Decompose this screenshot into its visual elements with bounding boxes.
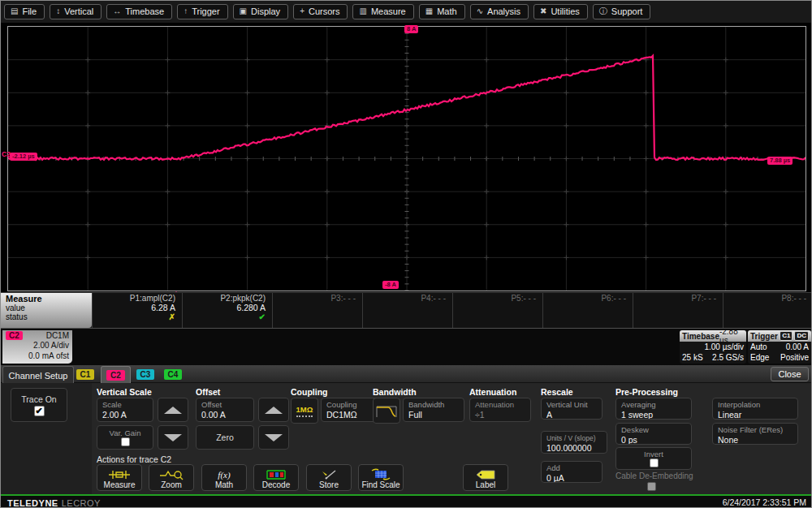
- invert-toggle[interactable]: Invert: [615, 447, 692, 470]
- p2-status-ok-icon: ✔: [183, 312, 266, 322]
- coupling-title: Coupling: [291, 387, 328, 397]
- datetime: 6/24/2017 2:33:51 PM: [723, 497, 806, 507]
- measure-table-header: Measure value status: [1, 293, 92, 328]
- tab-c3[interactable]: C3: [132, 366, 158, 383]
- measure-p1[interactable]: P1:ampl(C2) 6.28 A ✗: [92, 293, 182, 328]
- find-scale-grid-icon: [369, 468, 392, 480]
- menu-bar: ▤File ↕Vertical ↔Timebase ↑Trigger ▣Disp…: [1, 1, 812, 24]
- scale-decrement-button[interactable]: [158, 425, 188, 450]
- grid-top-range-badge: 8 A: [404, 25, 418, 33]
- vertical-icon: ↕: [56, 7, 60, 15]
- menu-math[interactable]: ▦Math: [419, 4, 465, 19]
- display-icon: ▣: [240, 7, 247, 15]
- right-edge-time-badge: 7.88 µs: [767, 157, 793, 165]
- action-zoom-button[interactable]: Zoom: [149, 464, 194, 491]
- cable-deembedding-label: Cable De-Embedding: [615, 471, 693, 480]
- label-tag-icon: [474, 468, 497, 480]
- left-edge-time-badge: -2.12 µs: [10, 153, 37, 161]
- cable-deembedding-checkbox[interactable]: [647, 482, 656, 491]
- store-pencil-icon: [319, 468, 339, 480]
- dialog-tab-bar: Channel Setup C1 C2 C3 C4 Close: [1, 365, 812, 383]
- menu-support[interactable]: ⓘSupport: [593, 4, 651, 19]
- menu-analysis[interactable]: ∿Analysis: [470, 4, 529, 19]
- measure-icon: ▥: [359, 7, 366, 15]
- c2-trace: [8, 27, 806, 291]
- c2-channel-badge: C2: [6, 331, 23, 340]
- tab-c1[interactable]: C1: [72, 366, 98, 383]
- offset-title: Offset: [196, 387, 220, 397]
- trigger-descriptor-box[interactable]: Trigger C1 DC Auto0.00 A EdgePositive: [748, 330, 811, 364]
- tab-c2[interactable]: C2: [101, 366, 131, 383]
- deskew-field[interactable]: Deskew 0 ps: [615, 423, 692, 445]
- trace-on-toggle[interactable]: Trace On ✔: [11, 388, 67, 422]
- zoom-waveform-icon: [159, 468, 184, 480]
- menu-measure[interactable]: ▥Measure: [352, 4, 413, 19]
- offset-increment-button[interactable]: [258, 398, 289, 422]
- down-arrow-icon: [164, 434, 182, 441]
- up-arrow-icon: [164, 407, 182, 414]
- status-bar: TELEDYNELECROY 6/24/2017 2:33:51 PM: [1, 494, 812, 508]
- action-math-button[interactable]: f(x) Math: [201, 464, 247, 491]
- math-icon: ▦: [425, 7, 433, 15]
- menu-cursors[interactable]: +Cursors: [293, 4, 348, 19]
- utilities-icon: ✖: [540, 7, 546, 15]
- rescale-title: Rescale: [541, 387, 573, 397]
- measure-p8[interactable]: P8:- - -: [723, 293, 812, 328]
- file-icon: ▤: [11, 7, 18, 15]
- averaging-field[interactable]: Averaging 1 sweep: [615, 398, 692, 420]
- interpolation-field[interactable]: Interpolation Linear: [712, 398, 798, 420]
- trace-on-checkbox[interactable]: ✔: [34, 406, 45, 416]
- measure-p2[interactable]: P2:pkpk(C2) 6.280 A ✔: [182, 293, 272, 328]
- timebase-descriptor-box[interactable]: Timebase -2.88 µs 1.00 µs/div 25 kS 2.5 …: [680, 330, 746, 364]
- action-decode-button[interactable]: Decode: [253, 464, 299, 491]
- add-field[interactable]: Add 0 µA: [541, 461, 603, 483]
- menu-trigger[interactable]: ↑Trigger: [177, 4, 227, 19]
- offset-field[interactable]: Offset 0.00 A: [196, 398, 254, 422]
- var-gain-toggle[interactable]: Var. Gain: [97, 425, 153, 450]
- oscilloscope-window: ▤File ↕Vertical ↔Timebase ↑Trigger ▣Disp…: [0, 0, 812, 508]
- preprocessing-title: Pre-Processing: [615, 387, 678, 397]
- menu-utilities[interactable]: ✖Utilities: [533, 4, 588, 19]
- up-arrow-icon: [265, 407, 283, 414]
- action-measure-button[interactable]: Measure: [97, 464, 142, 491]
- noise-filter-field[interactable]: Noise Filter (ERes) None: [712, 423, 798, 445]
- action-find-scale-button[interactable]: Find Scale: [358, 464, 404, 491]
- scale-increment-button[interactable]: [158, 398, 188, 422]
- action-label-button[interactable]: Label: [463, 464, 508, 491]
- attenuation-field[interactable]: Attenuation ÷1: [469, 398, 531, 422]
- menu-timebase[interactable]: ↔Timebase: [106, 4, 172, 19]
- menu-vertical[interactable]: ↕Vertical: [50, 4, 102, 19]
- actions-title: Actions for trace C2: [97, 454, 171, 464]
- tab-c4[interactable]: C4: [160, 366, 186, 383]
- c2-descriptor-box[interactable]: C2 DC1M 2.00 A/div 0.0 mA ofst: [2, 330, 72, 364]
- timebase-icon: ↔: [113, 7, 121, 15]
- measure-p6[interactable]: P6:- - -: [542, 293, 633, 328]
- invert-checkbox[interactable]: [650, 458, 659, 467]
- units-per-volt-field[interactable]: Units / V (slope) 100.000000: [541, 431, 607, 454]
- action-store-button[interactable]: Store: [306, 464, 352, 491]
- trigger-icon: ↑: [184, 7, 188, 15]
- var-gain-checkbox[interactable]: [121, 437, 130, 446]
- p1-status-warn-icon: ✗: [93, 312, 175, 322]
- vertical-unit-field[interactable]: Vertical Unit A: [541, 398, 603, 420]
- measure-p5[interactable]: P5:- - -: [452, 293, 542, 328]
- menu-file[interactable]: ▤File: [4, 4, 45, 19]
- teledyne-lecroy-logo: TELEDYNELECROY: [7, 495, 101, 508]
- offset-decrement-button[interactable]: [258, 425, 289, 450]
- attenuation-title: Attenuation: [469, 387, 516, 397]
- trigger-coupling-badge: DC: [794, 331, 809, 341]
- measure-p4[interactable]: P4:- - -: [362, 293, 452, 328]
- bandwidth-filter-icon: [373, 398, 400, 424]
- down-arrow-icon: [265, 434, 283, 441]
- measure-p7[interactable]: P7:- - -: [633, 293, 723, 328]
- scale-field[interactable]: Scale 2.00 A: [97, 398, 153, 422]
- close-button[interactable]: Close: [771, 367, 809, 381]
- measure-p3[interactable]: P3:- - -: [272, 293, 362, 328]
- menu-display[interactable]: ▣Display: [233, 4, 289, 19]
- measure-table: Measure value status P1:ampl(C2) 6.28 A …: [1, 292, 812, 329]
- trigger-source-badge: C1: [780, 331, 793, 341]
- bandwidth-field[interactable]: Bandwidth Full: [403, 398, 464, 422]
- tab-channel-setup[interactable]: Channel Setup: [2, 366, 74, 384]
- zero-offset-button[interactable]: Zero: [196, 425, 254, 450]
- coupling-impedance-icon: 1MΩ: [291, 398, 318, 424]
